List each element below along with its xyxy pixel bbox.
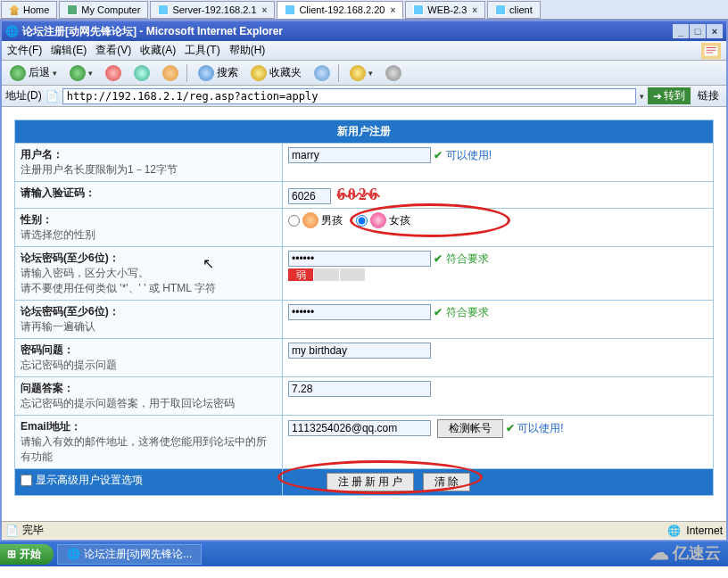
check-icon: ✔ (506, 422, 515, 434)
boy-radio[interactable] (288, 215, 300, 227)
zone-label: Internet (686, 524, 723, 537)
answer-input[interactable] (288, 381, 431, 397)
globe-icon: 🌐 (667, 524, 681, 537)
stop-button[interactable] (101, 62, 126, 84)
menu-view[interactable]: 查看(V) (95, 43, 131, 58)
password-ok: 符合要求 (446, 252, 489, 265)
watermark: ☁亿速云 (649, 541, 721, 565)
computer-icon (67, 4, 78, 15)
check-icon: ✔ (434, 252, 443, 265)
close-icon[interactable]: × (262, 5, 268, 15)
print-icon (385, 65, 401, 81)
close-icon[interactable]: × (390, 5, 395, 15)
email-label: Email地址： (21, 420, 81, 433)
client-icon (285, 4, 295, 15)
toolbar: 后退▾ ▾ 搜索 收藏夹 ▾ (2, 61, 726, 86)
girl-face-icon (370, 212, 386, 228)
tab-mycomputer[interactable]: My Computer (59, 1, 148, 19)
tab-web[interactable]: WEB-2.3× (405, 1, 485, 19)
print-button[interactable] (381, 62, 406, 84)
clear-button[interactable]: 清 除 (423, 473, 470, 491)
forward-button[interactable]: ▾ (65, 62, 97, 84)
taskbar-item[interactable]: 🌐论坛注册[动网先锋论... (57, 544, 202, 565)
boy-face-icon (302, 212, 318, 228)
registration-form: 新用户注册 用户名：注册用户名长度限制为1－12字节 ✔ 可以使用! 请输入验证… (14, 120, 714, 496)
gender-label: 性别： (21, 213, 53, 226)
password-label: 论坛密码(至少6位)： (21, 252, 120, 264)
history-icon (314, 65, 330, 81)
mail-icon (350, 65, 366, 81)
username-label: 用户名： (21, 148, 63, 161)
start-button[interactable]: ⊞开始 (0, 544, 54, 565)
form-header: 新用户注册 (15, 120, 714, 144)
menu-favorites[interactable]: 收藏(A) (140, 43, 176, 58)
history-button[interactable] (310, 62, 335, 84)
password2-input[interactable] (288, 304, 431, 320)
gender-boy-option[interactable]: 男孩 (288, 212, 343, 228)
url-dropdown[interactable]: ▾ (640, 92, 644, 101)
captcha-label: 请输入验证码： (21, 186, 95, 199)
status-bar: 📄完毕 🌐Internet (2, 521, 726, 539)
favorites-button[interactable]: 收藏夹 (246, 62, 306, 84)
username-ok: 可以使用! (446, 149, 492, 161)
menu-edit[interactable]: 编辑(E) (51, 43, 87, 58)
email-input[interactable] (288, 420, 431, 436)
username-input[interactable] (288, 147, 431, 163)
captcha-input[interactable] (288, 188, 331, 204)
question-input[interactable] (288, 343, 431, 359)
maximize-button[interactable]: □ (690, 24, 706, 38)
password2-label: 论坛密码(至少6位)： (21, 305, 120, 318)
server-icon (158, 4, 169, 15)
links-label[interactable]: 链接 (694, 88, 723, 103)
url-input[interactable] (62, 88, 636, 104)
mail-button[interactable]: ▾ (345, 62, 377, 84)
password-input[interactable] (288, 251, 431, 267)
address-bar: 地址(D) 📄 ▾ ➔ 转到 链接 (2, 86, 726, 107)
page-icon: 📄 (46, 90, 59, 103)
advanced-checkbox[interactable] (21, 475, 32, 486)
ie-icon: 🌐 (67, 548, 80, 560)
back-button[interactable]: 后退▾ (5, 62, 62, 84)
refresh-icon (134, 65, 150, 81)
close-button[interactable]: × (707, 24, 723, 38)
refresh-button[interactable] (129, 62, 154, 84)
window-title: 论坛注册[动网先锋论坛] - Microsoft Internet Explor… (22, 24, 283, 39)
menu-help[interactable]: 帮助(H) (229, 43, 266, 58)
tab-home[interactable]: Home (1, 1, 57, 19)
tab-server[interactable]: Server-192.168.2.1× (150, 1, 275, 19)
menu-file[interactable]: 文件(F) (7, 43, 42, 58)
client-icon (495, 4, 506, 15)
page-icon: 📄 (5, 524, 19, 537)
cloud-icon: ☁ (649, 541, 669, 565)
menu-tools[interactable]: 工具(T) (185, 43, 219, 58)
address-label: 地址(D) (5, 88, 42, 103)
home-button[interactable] (158, 62, 183, 84)
back-icon (10, 65, 26, 81)
password2-ok: 符合要求 (446, 306, 489, 318)
ie-logo-icon (701, 43, 721, 59)
chevron-down-icon: ▾ (53, 69, 57, 78)
menubar: 文件(F) 编辑(E) 查看(V) 收藏(A) 工具(T) 帮助(H) (2, 41, 726, 61)
check-icon: ✔ (434, 149, 443, 161)
captcha-image: 6026 (337, 186, 380, 203)
go-button[interactable]: ➔ 转到 (648, 87, 691, 104)
window-titlebar: 🌐 论坛注册[动网先锋论坛] - Microsoft Internet Expl… (2, 21, 726, 41)
home-icon (9, 4, 20, 15)
ie-icon: 🌐 (5, 25, 19, 37)
minimize-button[interactable]: _ (673, 24, 689, 38)
forward-icon (70, 65, 86, 81)
girl-radio[interactable] (356, 215, 368, 227)
tab-client-small[interactable]: client (487, 1, 541, 19)
stop-icon (105, 65, 121, 81)
password-strength-meter: 弱 (288, 268, 707, 281)
check-account-button[interactable]: 检测帐号 (437, 419, 503, 438)
close-icon[interactable]: × (472, 5, 477, 15)
submit-button[interactable]: 注 册 新 用 户 (327, 473, 414, 491)
gender-girl-option[interactable]: 女孩 (356, 212, 410, 228)
tab-client-active[interactable]: Client-192.168.2.20× (277, 1, 403, 19)
web-icon (413, 4, 424, 15)
windows-icon: ⊞ (7, 548, 16, 560)
home-icon (162, 65, 178, 81)
search-button[interactable]: 搜索 (194, 62, 243, 84)
status-done: 完毕 (22, 523, 44, 538)
